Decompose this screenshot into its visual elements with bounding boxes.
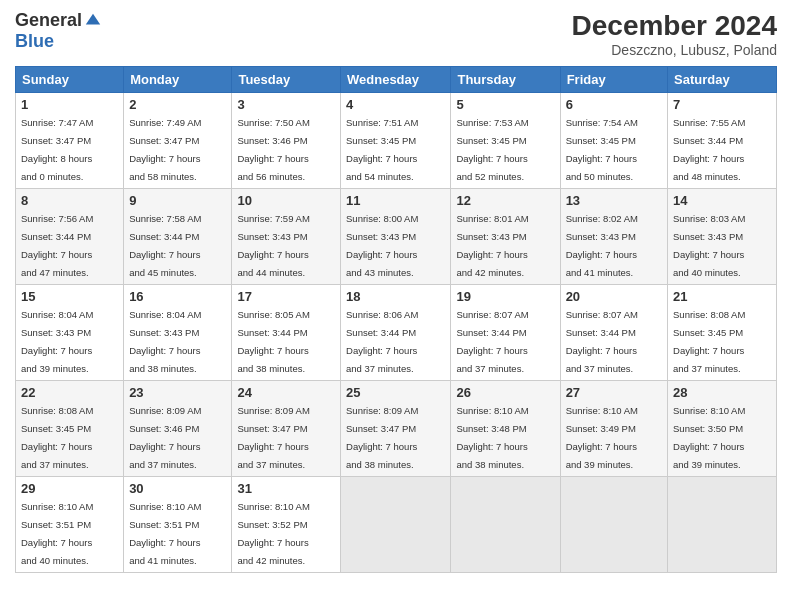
day-31: 31 Sunrise: 8:10 AMSunset: 3:52 PMDaylig… — [232, 477, 341, 573]
day-17: 17 Sunrise: 8:05 AMSunset: 3:44 PMDaylig… — [232, 285, 341, 381]
week-row-1: 1 Sunrise: 7:47 AMSunset: 3:47 PMDayligh… — [16, 93, 777, 189]
empty-cell-3 — [560, 477, 667, 573]
svg-marker-0 — [86, 13, 100, 24]
page: General Blue December 2024 Deszczno, Lub… — [0, 0, 792, 612]
day-28: 28 Sunrise: 8:10 AMSunset: 3:50 PMDaylig… — [668, 381, 777, 477]
day-4: 4 Sunrise: 7:51 AMSunset: 3:45 PMDayligh… — [341, 93, 451, 189]
day-19: 19 Sunrise: 8:07 AMSunset: 3:44 PMDaylig… — [451, 285, 560, 381]
header-wednesday: Wednesday — [341, 67, 451, 93]
location: Deszczno, Lubusz, Poland — [572, 42, 777, 58]
month-title: December 2024 — [572, 10, 777, 42]
logo-icon — [84, 12, 102, 30]
day-13: 13 Sunrise: 8:02 AMSunset: 3:43 PMDaylig… — [560, 189, 667, 285]
header-friday: Friday — [560, 67, 667, 93]
day-10: 10 Sunrise: 7:59 AMSunset: 3:43 PMDaylig… — [232, 189, 341, 285]
empty-cell-1 — [341, 477, 451, 573]
day-15: 15 Sunrise: 8:04 AMSunset: 3:43 PMDaylig… — [16, 285, 124, 381]
week-row-5: 29 Sunrise: 8:10 AMSunset: 3:51 PMDaylig… — [16, 477, 777, 573]
header-sunday: Sunday — [16, 67, 124, 93]
day-27: 27 Sunrise: 8:10 AMSunset: 3:49 PMDaylig… — [560, 381, 667, 477]
day-16: 16 Sunrise: 8:04 AMSunset: 3:43 PMDaylig… — [124, 285, 232, 381]
day-24: 24 Sunrise: 8:09 AMSunset: 3:47 PMDaylig… — [232, 381, 341, 477]
week-row-2: 8 Sunrise: 7:56 AMSunset: 3:44 PMDayligh… — [16, 189, 777, 285]
day-1: 1 Sunrise: 7:47 AMSunset: 3:47 PMDayligh… — [16, 93, 124, 189]
logo: General Blue — [15, 10, 102, 52]
day-12: 12 Sunrise: 8:01 AMSunset: 3:43 PMDaylig… — [451, 189, 560, 285]
day-9: 9 Sunrise: 7:58 AMSunset: 3:44 PMDayligh… — [124, 189, 232, 285]
day-6: 6 Sunrise: 7:54 AMSunset: 3:45 PMDayligh… — [560, 93, 667, 189]
weekday-header-row: Sunday Monday Tuesday Wednesday Thursday… — [16, 67, 777, 93]
day-2: 2 Sunrise: 7:49 AMSunset: 3:47 PMDayligh… — [124, 93, 232, 189]
week-row-3: 15 Sunrise: 8:04 AMSunset: 3:43 PMDaylig… — [16, 285, 777, 381]
header-monday: Monday — [124, 67, 232, 93]
day-3: 3 Sunrise: 7:50 AMSunset: 3:46 PMDayligh… — [232, 93, 341, 189]
day-29: 29 Sunrise: 8:10 AMSunset: 3:51 PMDaylig… — [16, 477, 124, 573]
week-row-4: 22 Sunrise: 8:08 AMSunset: 3:45 PMDaylig… — [16, 381, 777, 477]
header-tuesday: Tuesday — [232, 67, 341, 93]
day-14: 14 Sunrise: 8:03 AMSunset: 3:43 PMDaylig… — [668, 189, 777, 285]
header-thursday: Thursday — [451, 67, 560, 93]
day-11: 11 Sunrise: 8:00 AMSunset: 3:43 PMDaylig… — [341, 189, 451, 285]
empty-cell-4 — [668, 477, 777, 573]
empty-cell-2 — [451, 477, 560, 573]
day-22: 22 Sunrise: 8:08 AMSunset: 3:45 PMDaylig… — [16, 381, 124, 477]
day-20: 20 Sunrise: 8:07 AMSunset: 3:44 PMDaylig… — [560, 285, 667, 381]
title-block: December 2024 Deszczno, Lubusz, Poland — [572, 10, 777, 58]
day-26: 26 Sunrise: 8:10 AMSunset: 3:48 PMDaylig… — [451, 381, 560, 477]
calendar: Sunday Monday Tuesday Wednesday Thursday… — [15, 66, 777, 573]
logo-blue: Blue — [15, 31, 54, 52]
header: General Blue December 2024 Deszczno, Lub… — [15, 10, 777, 58]
day-30: 30 Sunrise: 8:10 AMSunset: 3:51 PMDaylig… — [124, 477, 232, 573]
day-25: 25 Sunrise: 8:09 AMSunset: 3:47 PMDaylig… — [341, 381, 451, 477]
day-21: 21 Sunrise: 8:08 AMSunset: 3:45 PMDaylig… — [668, 285, 777, 381]
day-8: 8 Sunrise: 7:56 AMSunset: 3:44 PMDayligh… — [16, 189, 124, 285]
day-5: 5 Sunrise: 7:53 AMSunset: 3:45 PMDayligh… — [451, 93, 560, 189]
day-23: 23 Sunrise: 8:09 AMSunset: 3:46 PMDaylig… — [124, 381, 232, 477]
day-18: 18 Sunrise: 8:06 AMSunset: 3:44 PMDaylig… — [341, 285, 451, 381]
day-7: 7 Sunrise: 7:55 AMSunset: 3:44 PMDayligh… — [668, 93, 777, 189]
header-saturday: Saturday — [668, 67, 777, 93]
logo-general: General — [15, 10, 82, 31]
